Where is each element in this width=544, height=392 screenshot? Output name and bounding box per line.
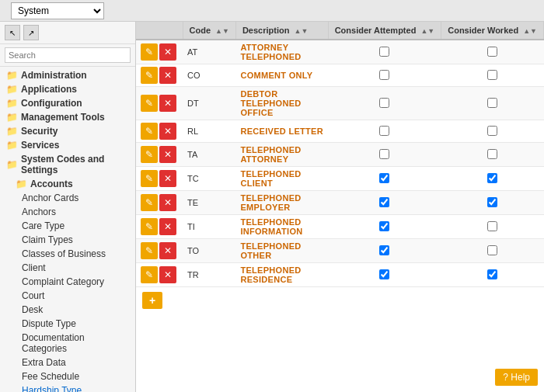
worked-checkbox[interactable] [487,126,497,136]
description-cell: RECEIVED LETTER [235,120,328,143]
delete-button[interactable]: ✕ [159,146,176,163]
edit-button[interactable]: ✎ [141,170,158,187]
worked-cell [441,64,544,87]
toolbar-icon2-button[interactable]: ↗ [23,25,39,40]
edit-button[interactable]: ✎ [141,146,158,163]
attempted-cell [328,191,441,215]
worked-checkbox[interactable] [487,245,497,255]
code-cell: TR [183,263,235,287]
help-button[interactable]: ? Help [495,369,538,386]
sidebar-item-classes-of-business[interactable]: Classes of Business [0,247,135,261]
action-cell: ✎ ✕ [136,64,183,87]
action-buttons: ✎ ✕ [141,170,178,187]
attempted-checkbox[interactable] [379,98,389,108]
sidebar-item-configuration[interactable]: 📁 Configuration [0,96,135,110]
sidebar-item-management-tools[interactable]: 📁 Management Tools [0,110,135,124]
table-row: ✎ ✕ DT DEBTOR TELEPHONED OFFICE [136,87,544,120]
worked-cell [441,191,544,215]
attempted-checkbox[interactable] [379,221,389,231]
edit-button[interactable]: ✎ [141,242,158,259]
attempted-checkbox[interactable] [379,149,389,159]
sidebar-item-hardship-type[interactable]: Hardship Type [0,383,135,392]
attempted-checkbox[interactable] [379,197,389,207]
sidebar-item-security[interactable]: 📁 Security [0,124,135,138]
description-cell: TELEPHONED ATTORNEY [235,143,328,167]
worked-cell [441,215,544,239]
sidebar-item-desk[interactable]: Desk [0,303,135,317]
edit-button[interactable]: ✎ [141,218,158,235]
edit-button[interactable]: ✎ [141,43,158,61]
code-cell: CO [183,64,235,87]
sidebar-item-court[interactable]: Court [0,289,135,303]
delete-button[interactable]: ✕ [159,95,176,112]
sidebar-item-anchors[interactable]: Anchors [0,205,135,219]
sidebar-label-applications: Applications [21,84,77,95]
sidebar-item-dispute-type[interactable]: Dispute Type [0,317,135,331]
sidebar-item-applications[interactable]: 📁 Applications [0,82,135,96]
worked-checkbox[interactable] [487,173,497,183]
sidebar-label-accounts: Accounts [30,179,73,189]
code-cell: TC [183,167,235,191]
attempted-checkbox[interactable] [379,126,389,136]
col-code[interactable]: Code ▲▼ [183,22,235,40]
delete-button[interactable]: ✕ [159,218,176,235]
sidebar-item-system-codes[interactable]: 📁 System Codes and Settings [0,152,135,177]
description-cell: TELEPHONED INFORMATION [235,215,328,239]
edit-button[interactable]: ✎ [141,194,158,211]
delete-button[interactable]: ✕ [159,67,176,84]
sidebar-item-complaint-category[interactable]: Complaint Category [0,275,135,289]
sidebar-label-classes-of-business: Classes of Business [22,248,106,259]
sidebar-item-client[interactable]: Client [0,261,135,275]
action-cell: ✎ ✕ [136,191,183,215]
worked-checkbox[interactable] [487,70,497,80]
search-box [0,44,135,67]
add-button[interactable]: + [142,292,162,309]
sidebar-item-accounts[interactable]: 📁 Accounts [0,177,135,191]
delete-button[interactable]: ✕ [159,194,176,211]
sidebar-item-administration[interactable]: 📁 Administration [0,68,135,82]
col-consider-worked[interactable]: Consider Worked ▲▼ [441,22,544,40]
worked-checkbox[interactable] [487,269,497,279]
worked-checkbox[interactable] [487,47,497,57]
sidebar-item-care-type[interactable]: Care Type [0,219,135,233]
sidebar-item-anchor-cards[interactable]: Anchor Cards [0,191,135,205]
delete-button[interactable]: ✕ [159,170,176,187]
sidebar-label-client: Client [22,262,46,273]
worked-checkbox[interactable] [487,221,497,231]
action-cell: ✎ ✕ [136,239,183,263]
table-header-row: Code ▲▼ Description ▲▼ Consider Attempte… [136,22,544,40]
sidebar-item-documentation-categories[interactable]: Documentation Categories [0,331,135,356]
scope-select[interactable]: System User Global [11,2,104,19]
sidebar-label-claim-types: Claim Types [22,234,73,245]
delete-button[interactable]: ✕ [159,43,176,61]
delete-button[interactable]: ✕ [159,123,176,140]
delete-button[interactable]: ✕ [159,242,176,259]
sidebar-item-extra-data[interactable]: Extra Data [0,356,135,369]
edit-button[interactable]: ✎ [141,123,158,140]
worked-checkbox[interactable] [487,98,497,108]
search-input[interactable] [5,47,131,63]
sidebar-item-fee-schedule[interactable]: Fee Schedule [0,369,135,383]
col-description[interactable]: Description ▲▼ [235,22,328,40]
table-row: ✎ ✕ TI TELEPHONED INFORMATION [136,215,544,239]
sidebar-item-services[interactable]: 📁 Services [0,138,135,152]
table-row: ✎ ✕ TO TELEPHONED OTHER [136,239,544,263]
edit-button[interactable]: ✎ [141,95,158,112]
col-consider-attempted[interactable]: Consider Attempted ▲▼ [328,22,441,40]
attempted-checkbox[interactable] [379,245,389,255]
attempted-checkbox[interactable] [379,269,389,279]
sidebar-item-claim-types[interactable]: Claim Types [0,233,135,247]
edit-button[interactable]: ✎ [141,67,158,84]
delete-button[interactable]: ✕ [159,266,176,283]
attempted-cell [328,143,441,167]
attempted-cell [328,40,441,64]
worked-checkbox[interactable] [487,197,497,207]
attempted-checkbox[interactable] [379,70,389,80]
toolbar-icon1-button[interactable]: ↖ [5,25,20,40]
worked-checkbox[interactable] [487,149,497,159]
edit-button[interactable]: ✎ [141,266,158,283]
attempted-checkbox[interactable] [379,47,389,57]
attempted-checkbox[interactable] [379,173,389,183]
code-cell: DT [183,87,235,120]
content-area: Code ▲▼ Description ▲▼ Consider Attempte… [136,22,544,392]
